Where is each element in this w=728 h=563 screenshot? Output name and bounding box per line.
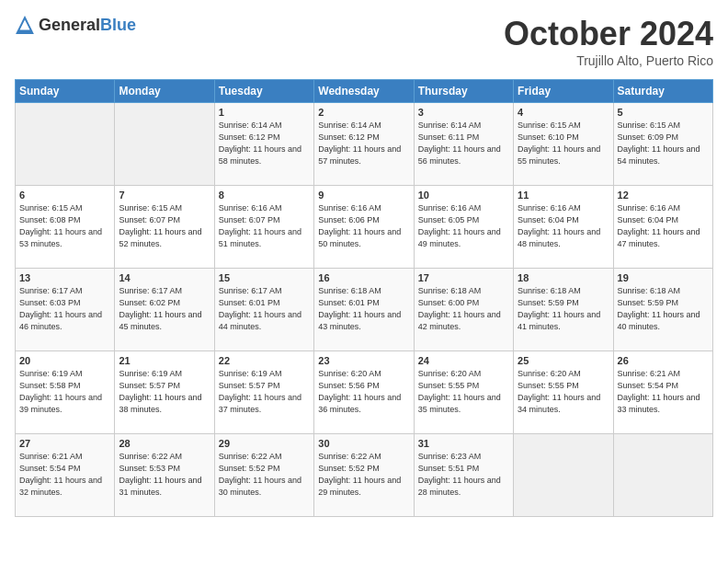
day-number: 12 — [618, 190, 709, 201]
day-number: 13 — [19, 272, 110, 283]
day-number: 27 — [19, 438, 110, 449]
day-cell: 21Sunrise: 6:19 AM Sunset: 5:57 PM Dayli… — [115, 351, 214, 434]
day-cell: 18Sunrise: 6:18 AM Sunset: 5:59 PM Dayli… — [514, 269, 613, 351]
day-cell: 7Sunrise: 6:15 AM Sunset: 6:07 PM Daylig… — [115, 186, 214, 269]
day-cell: 17Sunrise: 6:18 AM Sunset: 6:00 PM Dayli… — [414, 269, 513, 351]
week-row-5: 27Sunrise: 6:21 AM Sunset: 5:54 PM Dayli… — [16, 434, 713, 517]
day-info: Sunrise: 6:18 AM Sunset: 5:59 PM Dayligh… — [518, 285, 609, 333]
day-number: 21 — [119, 355, 210, 366]
day-cell: 16Sunrise: 6:18 AM Sunset: 6:01 PM Dayli… — [314, 269, 414, 351]
day-number: 4 — [518, 107, 609, 118]
week-row-4: 20Sunrise: 6:19 AM Sunset: 5:58 PM Dayli… — [16, 351, 713, 434]
day-info: Sunrise: 6:16 AM Sunset: 6:05 PM Dayligh… — [418, 202, 509, 250]
header-cell-saturday: Saturday — [613, 80, 712, 103]
day-number: 9 — [318, 190, 409, 201]
day-info: Sunrise: 6:15 AM Sunset: 6:07 PM Dayligh… — [119, 202, 210, 250]
page-header: GeneralBlue October 2024 Trujillo Alto, … — [15, 15, 713, 68]
day-cell: 19Sunrise: 6:18 AM Sunset: 5:59 PM Dayli… — [613, 269, 712, 351]
day-cell: 14Sunrise: 6:17 AM Sunset: 6:02 PM Dayli… — [115, 269, 214, 351]
logo-general: General — [39, 16, 100, 34]
day-info: Sunrise: 6:18 AM Sunset: 6:00 PM Dayligh… — [418, 285, 509, 333]
header-cell-thursday: Thursday — [414, 80, 513, 103]
day-number: 20 — [19, 355, 110, 366]
header-cell-sunday: Sunday — [16, 80, 115, 103]
day-number: 25 — [518, 355, 609, 366]
day-number: 17 — [418, 272, 509, 283]
day-info: Sunrise: 6:15 AM Sunset: 6:10 PM Dayligh… — [518, 120, 609, 167]
day-number: 24 — [418, 355, 509, 366]
day-info: Sunrise: 6:16 AM Sunset: 6:04 PM Dayligh… — [618, 202, 709, 250]
day-info: Sunrise: 6:15 AM Sunset: 6:08 PM Dayligh… — [19, 202, 110, 250]
day-info: Sunrise: 6:21 AM Sunset: 5:54 PM Dayligh… — [19, 451, 110, 499]
day-cell: 25Sunrise: 6:20 AM Sunset: 5:55 PM Dayli… — [514, 351, 613, 434]
day-info: Sunrise: 6:22 AM Sunset: 5:52 PM Dayligh… — [219, 451, 310, 499]
day-cell: 26Sunrise: 6:21 AM Sunset: 5:54 PM Dayli… — [613, 351, 712, 434]
day-info: Sunrise: 6:17 AM Sunset: 6:03 PM Dayligh… — [19, 285, 110, 333]
day-cell: 8Sunrise: 6:16 AM Sunset: 6:07 PM Daylig… — [214, 186, 313, 269]
week-row-2: 6Sunrise: 6:15 AM Sunset: 6:08 PM Daylig… — [16, 186, 713, 269]
day-number: 1 — [219, 107, 310, 118]
day-info: Sunrise: 6:16 AM Sunset: 6:06 PM Dayligh… — [318, 202, 409, 250]
day-info: Sunrise: 6:19 AM Sunset: 5:57 PM Dayligh… — [119, 368, 210, 416]
day-number: 3 — [418, 107, 509, 118]
day-number: 6 — [19, 190, 110, 201]
day-number: 23 — [318, 355, 409, 366]
day-info: Sunrise: 6:23 AM Sunset: 5:51 PM Dayligh… — [418, 451, 509, 499]
day-number: 15 — [219, 272, 310, 283]
day-info: Sunrise: 6:20 AM Sunset: 5:55 PM Dayligh… — [518, 368, 609, 416]
day-number: 26 — [618, 355, 709, 366]
day-cell — [514, 434, 613, 517]
day-cell: 27Sunrise: 6:21 AM Sunset: 5:54 PM Dayli… — [16, 434, 115, 517]
header-cell-friday: Friday — [514, 80, 613, 103]
day-cell: 4Sunrise: 6:15 AM Sunset: 6:10 PM Daylig… — [514, 103, 613, 186]
day-info: Sunrise: 6:22 AM Sunset: 5:53 PM Dayligh… — [119, 451, 210, 499]
calendar-table: SundayMondayTuesdayWednesdayThursdayFrid… — [15, 79, 713, 517]
day-info: Sunrise: 6:18 AM Sunset: 6:01 PM Dayligh… — [318, 285, 409, 333]
day-info: Sunrise: 6:17 AM Sunset: 6:01 PM Dayligh… — [219, 285, 310, 333]
day-cell: 1Sunrise: 6:14 AM Sunset: 6:12 PM Daylig… — [214, 103, 313, 186]
day-number: 2 — [318, 107, 409, 118]
day-cell: 6Sunrise: 6:15 AM Sunset: 6:08 PM Daylig… — [16, 186, 115, 269]
day-number: 29 — [219, 438, 310, 449]
day-number: 19 — [618, 272, 709, 283]
day-cell: 22Sunrise: 6:19 AM Sunset: 5:57 PM Dayli… — [214, 351, 313, 434]
day-number: 16 — [318, 272, 409, 283]
day-cell: 12Sunrise: 6:16 AM Sunset: 6:04 PM Dayli… — [613, 186, 712, 269]
day-info: Sunrise: 6:19 AM Sunset: 5:58 PM Dayligh… — [19, 368, 110, 416]
day-cell: 2Sunrise: 6:14 AM Sunset: 6:12 PM Daylig… — [314, 103, 414, 186]
logo-icon — [15, 15, 35, 35]
week-row-3: 13Sunrise: 6:17 AM Sunset: 6:03 PM Dayli… — [16, 269, 713, 351]
day-info: Sunrise: 6:16 AM Sunset: 6:07 PM Dayligh… — [219, 202, 310, 250]
day-number: 10 — [418, 190, 509, 201]
day-number: 30 — [318, 438, 409, 449]
day-cell — [16, 103, 115, 186]
title-block: October 2024 Trujillo Alto, Puerto Rico — [504, 15, 713, 68]
day-info: Sunrise: 6:14 AM Sunset: 6:11 PM Dayligh… — [418, 120, 509, 167]
day-cell: 10Sunrise: 6:16 AM Sunset: 6:05 PM Dayli… — [414, 186, 513, 269]
day-number: 8 — [219, 190, 310, 201]
day-info: Sunrise: 6:14 AM Sunset: 6:12 PM Dayligh… — [219, 120, 310, 167]
day-number: 5 — [618, 107, 709, 118]
day-info: Sunrise: 6:22 AM Sunset: 5:52 PM Dayligh… — [318, 451, 409, 499]
day-cell: 31Sunrise: 6:23 AM Sunset: 5:51 PM Dayli… — [414, 434, 513, 517]
header-row: SundayMondayTuesdayWednesdayThursdayFrid… — [16, 80, 713, 103]
day-cell: 20Sunrise: 6:19 AM Sunset: 5:58 PM Dayli… — [16, 351, 115, 434]
day-cell: 29Sunrise: 6:22 AM Sunset: 5:52 PM Dayli… — [214, 434, 313, 517]
day-cell: 11Sunrise: 6:16 AM Sunset: 6:04 PM Dayli… — [514, 186, 613, 269]
day-info: Sunrise: 6:20 AM Sunset: 5:56 PM Dayligh… — [318, 368, 409, 416]
day-cell: 15Sunrise: 6:17 AM Sunset: 6:01 PM Dayli… — [214, 269, 313, 351]
week-row-1: 1Sunrise: 6:14 AM Sunset: 6:12 PM Daylig… — [16, 103, 713, 186]
day-cell: 9Sunrise: 6:16 AM Sunset: 6:06 PM Daylig… — [314, 186, 414, 269]
logo: GeneralBlue — [15, 15, 136, 35]
day-cell: 28Sunrise: 6:22 AM Sunset: 5:53 PM Dayli… — [115, 434, 214, 517]
header-cell-tuesday: Tuesday — [214, 80, 313, 103]
day-number: 11 — [518, 190, 609, 201]
header-cell-monday: Monday — [115, 80, 214, 103]
day-info: Sunrise: 6:17 AM Sunset: 6:02 PM Dayligh… — [119, 285, 210, 333]
day-cell — [613, 434, 712, 517]
calendar-header: SundayMondayTuesdayWednesdayThursdayFrid… — [16, 80, 713, 103]
day-info: Sunrise: 6:21 AM Sunset: 5:54 PM Dayligh… — [618, 368, 709, 416]
day-cell: 3Sunrise: 6:14 AM Sunset: 6:11 PM Daylig… — [414, 103, 513, 186]
day-cell: 24Sunrise: 6:20 AM Sunset: 5:55 PM Dayli… — [414, 351, 513, 434]
day-number: 14 — [119, 272, 210, 283]
